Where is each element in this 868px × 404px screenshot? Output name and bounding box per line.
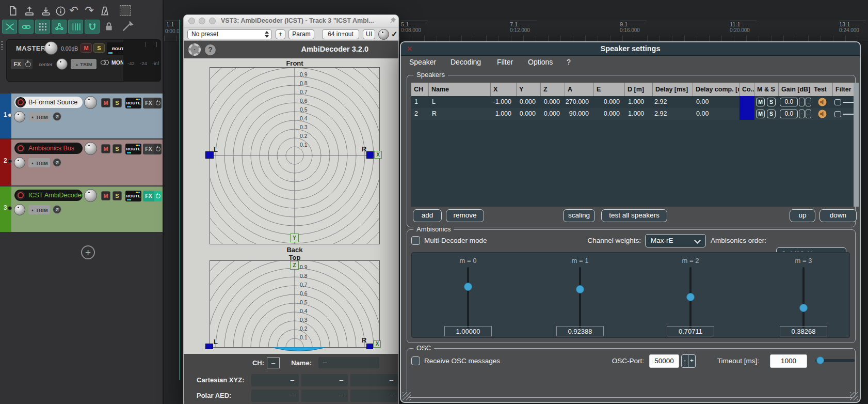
polar-d-field[interactable]: –: [350, 390, 398, 402]
polar-e-field[interactable]: –: [301, 390, 348, 402]
remove-button[interactable]: remove: [446, 209, 484, 222]
grid-lines-icon[interactable]: [68, 20, 83, 34]
weight-value-field[interactable]: 0.70711: [667, 326, 714, 336]
track-pan-knob[interactable]: [14, 111, 25, 122]
top-polar-plot[interactable]: [210, 260, 380, 348]
track-trim-button[interactable]: ▲TRIM: [28, 158, 50, 167]
item-link-icon[interactable]: [19, 20, 34, 34]
cartesian-z-field[interactable]: –: [350, 374, 398, 386]
test-speaker-icon[interactable]: [818, 110, 827, 118]
osc-port-field[interactable]: 50000: [649, 354, 679, 368]
add-button[interactable]: add: [413, 209, 442, 222]
menu-filter[interactable]: Filter: [497, 58, 513, 66]
close-icon[interactable]: [188, 18, 195, 24]
timeout-slider-thumb[interactable]: [816, 356, 824, 364]
master-mute-button[interactable]: M: [81, 43, 92, 53]
grid-dots-icon[interactable]: [35, 20, 50, 34]
menu-options[interactable]: Options: [528, 58, 553, 66]
track-volume-knob[interactable]: [84, 142, 97, 155]
zoom-icon[interactable]: [209, 18, 216, 24]
master-grip[interactable]: [1, 41, 3, 50]
table-row[interactable]: 1 L -1.000 0.000 0.000 270.000 0.000 1.0…: [411, 96, 854, 108]
metronome-icon[interactable]: [98, 4, 111, 18]
preset-combo[interactable]: No preset: [187, 29, 272, 39]
open-project-icon[interactable]: [23, 4, 36, 18]
master-fx-power-icon[interactable]: [24, 59, 33, 69]
cartesian-x-field[interactable]: –: [251, 374, 299, 386]
row-mute-button[interactable]: M: [756, 98, 765, 106]
track-pan-knob[interactable]: [14, 157, 25, 168]
add-preset-button[interactable]: +: [276, 29, 285, 39]
wet-dry-knob[interactable]: [378, 29, 389, 40]
new-project-icon[interactable]: [6, 4, 20, 18]
undo-icon[interactable]: ↶: [67, 3, 81, 17]
master-fx-button[interactable]: FX: [11, 59, 33, 69]
record-arm-button[interactable]: [15, 97, 26, 107]
track-panel-3[interactable]: 3 ICST AmbiDecoder M S ROUTE FX ▲TRIM ø: [0, 187, 163, 232]
menu-speaker[interactable]: Speaker: [409, 58, 436, 66]
track-panel-2[interactable]: 2 Ambisonics Bus M S ROUTE FX ▲TRIM ø: [0, 139, 163, 186]
name-value-field[interactable]: –: [318, 357, 379, 368]
ch-value-field[interactable]: –: [267, 358, 280, 368]
track-trim-button[interactable]: ▲TRIM: [28, 112, 50, 121]
gain-minus-button[interactable]: -: [799, 98, 805, 106]
marquee-select-icon[interactable]: [120, 5, 131, 16]
weight-slider-thumb[interactable]: [686, 293, 695, 301]
table-row[interactable]: 2 R 1.000 0.000 0.000 90.000 0.000 1.000…: [411, 108, 854, 120]
add-track-button[interactable]: +: [81, 245, 95, 259]
row-solo-button[interactable]: S: [767, 110, 776, 118]
track-volume-knob[interactable]: [84, 189, 97, 202]
track-mute-button[interactable]: M: [101, 144, 110, 153]
track-panel-empty-area[interactable]: +: [0, 232, 164, 404]
filter-slider[interactable]: [843, 102, 854, 103]
pin-icon[interactable]: [389, 17, 397, 26]
row-solo-button[interactable]: S: [767, 98, 776, 106]
snap-magnet-icon[interactable]: [85, 20, 100, 34]
weight-slider-track[interactable]: [579, 267, 581, 328]
multi-decoder-checkbox[interactable]: [411, 236, 420, 245]
track-solo-button[interactable]: S: [112, 191, 122, 200]
crossfade-toggle-icon[interactable]: [2, 20, 17, 34]
track-mute-button[interactable]: M: [101, 191, 110, 200]
receive-osc-checkbox[interactable]: [411, 356, 420, 365]
filter-checkbox[interactable]: [834, 99, 841, 105]
gain-more-button[interactable]: ...: [806, 98, 811, 106]
osc-port-minus-button[interactable]: -: [681, 354, 688, 368]
speaker-marker-l[interactable]: [205, 151, 214, 159]
weight-value-field[interactable]: 0.92388: [556, 326, 604, 336]
track-phase-button[interactable]: ø: [53, 158, 61, 167]
param-button[interactable]: Param: [288, 29, 314, 39]
track-fx-button[interactable]: FX: [143, 191, 162, 201]
menu-decoding[interactable]: Decoding: [451, 58, 481, 66]
row-mute-button[interactable]: M: [756, 110, 765, 118]
minimize-icon[interactable]: [199, 18, 205, 24]
scaling-button[interactable]: scaling: [563, 209, 595, 222]
weight-slider-thumb[interactable]: [799, 304, 808, 312]
front-polar-plot[interactable]: [210, 67, 380, 244]
speakers-table[interactable]: CH Name X Y Z A E D [m] Delay [ms] Delay…: [411, 83, 854, 207]
filter-slider[interactable]: [843, 114, 854, 115]
gain-field[interactable]: 0.0: [780, 110, 798, 118]
table-scrollbar[interactable]: [854, 83, 859, 207]
track-route-button[interactable]: ROUTE: [125, 98, 141, 108]
gain-minus-button[interactable]: -: [799, 110, 805, 118]
channel-weights-select[interactable]: Max-rE: [645, 234, 706, 247]
weight-value-field[interactable]: 0.38268: [780, 326, 827, 336]
speaker-color-swatch[interactable]: [740, 96, 754, 108]
polar-a-field[interactable]: –: [251, 390, 299, 402]
master-meter[interactable]: -42 -24 -inf: [123, 40, 161, 82]
track-pan-knob[interactable]: [14, 204, 25, 215]
gain-more-button[interactable]: ...: [806, 110, 811, 118]
master-pan-knob[interactable]: [56, 58, 68, 70]
razor-edit-icon[interactable]: [121, 20, 134, 33]
weight-slider-thumb[interactable]: [576, 285, 584, 293]
top-marker-r[interactable]: [366, 344, 373, 349]
ui-button[interactable]: UI: [363, 29, 375, 39]
redo-icon[interactable]: ↷: [83, 3, 96, 17]
track-phase-button[interactable]: ø: [53, 205, 61, 214]
gear-icon[interactable]: [188, 43, 201, 56]
item-grouping-icon[interactable]: [52, 20, 67, 34]
top-marker-l[interactable]: [205, 344, 213, 349]
test-speaker-icon[interactable]: [818, 98, 827, 106]
track-trim-button[interactable]: ▲TRIM: [28, 205, 50, 214]
